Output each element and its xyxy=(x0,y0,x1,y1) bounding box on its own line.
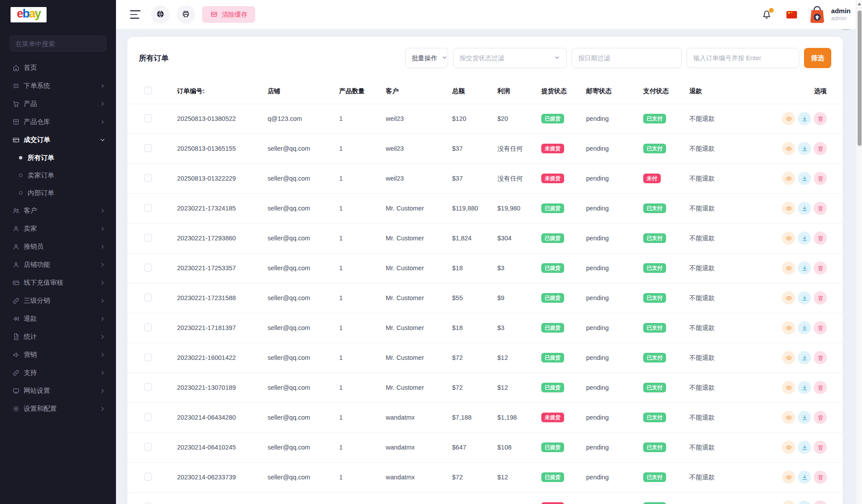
row-checkbox[interactable] xyxy=(144,473,152,481)
sidebar-subitem-internal-orders[interactable]: 内部订单 xyxy=(0,184,116,202)
row-checkbox[interactable] xyxy=(144,144,152,152)
download-button[interactable] xyxy=(798,291,811,305)
download-button[interactable] xyxy=(798,232,811,245)
delivery-status-select[interactable]: 按交货状态过滤 xyxy=(453,48,567,68)
view-button[interactable] xyxy=(782,142,795,155)
language-flag-china[interactable]: ★★ xyxy=(786,11,797,18)
globe-button[interactable] xyxy=(151,5,170,24)
delete-button[interactable] xyxy=(814,441,827,454)
row-checkbox[interactable] xyxy=(144,174,152,182)
view-button[interactable] xyxy=(782,202,795,215)
sidebar-item-customers[interactable]: 客户 xyxy=(0,202,116,220)
view-button[interactable] xyxy=(782,172,795,185)
clear-cache-button[interactable]: 清除缓存 xyxy=(202,6,255,23)
download-button[interactable] xyxy=(798,471,811,484)
view-button[interactable] xyxy=(782,351,795,364)
delete-button[interactable] xyxy=(814,112,827,125)
view-button[interactable] xyxy=(782,321,795,334)
print-button[interactable] xyxy=(177,5,195,24)
sidebar-item-home[interactable]: 首页 xyxy=(0,59,116,77)
download-button[interactable] xyxy=(798,500,811,504)
download-button[interactable] xyxy=(798,142,811,155)
sidebar-subitem-all-orders[interactable]: 所有订单 xyxy=(0,149,116,167)
view-button[interactable] xyxy=(782,441,795,454)
download-button[interactable] xyxy=(798,112,811,125)
row-checkbox[interactable] xyxy=(144,204,152,212)
row-checkbox[interactable] xyxy=(144,383,152,391)
sidebar-item-support[interactable]: 支持 xyxy=(0,364,116,382)
download-button[interactable] xyxy=(798,321,811,334)
date-filter-input[interactable] xyxy=(572,48,682,68)
row-checkbox[interactable] xyxy=(144,114,152,122)
view-button[interactable] xyxy=(782,500,795,504)
delete-button[interactable] xyxy=(814,142,827,155)
delete-button[interactable] xyxy=(814,172,827,185)
download-button[interactable] xyxy=(798,261,811,275)
view-button[interactable] xyxy=(782,471,795,484)
sidebar-item-website-settings[interactable]: 网站设置 xyxy=(0,382,116,400)
sidebar-item-product-warehouse[interactable]: 产品仓库 xyxy=(0,113,116,131)
delete-button[interactable] xyxy=(814,202,827,215)
notifications-button[interactable] xyxy=(761,9,772,20)
scrollbar-up-arrow-icon[interactable] xyxy=(858,3,861,5)
row-checkbox[interactable] xyxy=(144,264,152,272)
sidebar-item-refunds[interactable]: 退款 xyxy=(0,310,116,328)
delete-button[interactable] xyxy=(814,232,827,245)
delete-button[interactable] xyxy=(814,261,827,275)
download-button[interactable] xyxy=(798,351,811,364)
sidebar-item-salesmen[interactable]: 推销员 xyxy=(0,238,116,256)
clear-cache-label: 清除缓存 xyxy=(222,11,247,19)
delete-button[interactable] xyxy=(814,500,827,504)
view-button[interactable] xyxy=(782,261,795,275)
user-info[interactable]: admin admin xyxy=(831,7,851,22)
sidebar-item-order-system[interactable]: 下单系统 xyxy=(0,77,116,95)
view-button[interactable] xyxy=(782,112,795,125)
vertical-scrollbar[interactable] xyxy=(856,0,862,504)
mail-status-cell: pending xyxy=(586,343,643,373)
delete-button[interactable] xyxy=(814,381,827,394)
sidebar-subitem-seller-orders[interactable]: 卖家订单 xyxy=(0,167,116,184)
download-button[interactable] xyxy=(798,172,811,185)
delete-button[interactable] xyxy=(814,471,827,484)
sidebar-item-store-features[interactable]: 店铺功能 xyxy=(0,256,116,274)
row-checkbox[interactable] xyxy=(144,413,152,421)
filter-button[interactable]: 筛选 xyxy=(804,48,831,68)
bulk-actions-select[interactable]: 批量操作 xyxy=(405,48,448,68)
row-checkbox[interactable] xyxy=(144,323,152,331)
scrollbar-thumb[interactable] xyxy=(858,11,862,146)
order-number-filter-input[interactable] xyxy=(687,48,799,68)
sidebar-item-deal-orders[interactable]: 成交订单 xyxy=(0,131,116,149)
sidebar-item-settings-config[interactable]: 设置和配置 xyxy=(0,400,116,418)
select-all-checkbox[interactable] xyxy=(144,87,152,94)
row-checkbox[interactable] xyxy=(144,353,152,361)
pickup-status-badge: 未提货 xyxy=(541,144,564,153)
delete-button[interactable] xyxy=(814,411,827,424)
row-checkbox[interactable] xyxy=(144,503,152,504)
view-button[interactable] xyxy=(782,232,795,245)
delete-button[interactable] xyxy=(814,351,827,364)
sidebar-item-marketing[interactable]: 营销 xyxy=(0,346,116,364)
download-button[interactable] xyxy=(798,441,811,454)
quantity-cell: 1 xyxy=(339,343,386,373)
sidebar-item-sellers[interactable]: 卖家 xyxy=(0,220,116,238)
sidebar-item-products[interactable]: 产品 xyxy=(0,95,116,113)
delete-button[interactable] xyxy=(814,321,827,334)
row-checkbox[interactable] xyxy=(144,234,152,242)
view-button[interactable] xyxy=(782,291,795,305)
download-button[interactable] xyxy=(798,381,811,394)
view-button[interactable] xyxy=(782,381,795,394)
menu-search-input[interactable] xyxy=(9,35,107,52)
download-button[interactable] xyxy=(798,411,811,424)
user-avatar-bag-icon[interactable] xyxy=(808,5,826,24)
sidebar-item-offline-recharge-review[interactable]: 线下充值审核 xyxy=(0,274,116,292)
download-button[interactable] xyxy=(798,202,811,215)
hamburger-menu-icon[interactable] xyxy=(130,10,141,19)
row-checkbox[interactable] xyxy=(144,443,152,451)
sidebar-item-three-level-distribution[interactable]: 三级分销 xyxy=(0,292,116,310)
row-checkbox[interactable] xyxy=(144,294,152,301)
refund-cell: 不能退款 xyxy=(689,134,769,163)
delete-button[interactable] xyxy=(814,291,827,305)
view-button[interactable] xyxy=(782,411,795,424)
brand-logo[interactable]: ebay xyxy=(0,0,116,29)
sidebar-item-statistics[interactable]: 统计 xyxy=(0,328,116,346)
